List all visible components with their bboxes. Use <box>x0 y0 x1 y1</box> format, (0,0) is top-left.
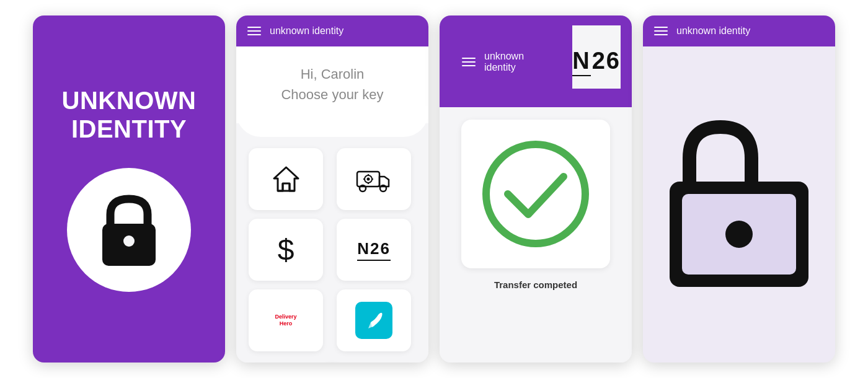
app-screens: UNKNOWN IDENTITY unknown identity Hi, Ca… <box>20 3 848 375</box>
greeting-line2: Choose your key <box>251 84 414 105</box>
delivery-icon <box>355 162 393 196</box>
n26-n-letter: N <box>572 48 590 76</box>
dollar-key-card[interactable]: $ <box>249 219 323 281</box>
transfer-status-label: Transfer competed <box>494 279 577 290</box>
n26-logo-area: N26 <box>572 25 621 89</box>
screen3-header: unknown identity N26 <box>440 15 632 107</box>
delivery-key-card[interactable] <box>337 148 411 210</box>
svg-point-1 <box>123 235 135 247</box>
unlocked-body <box>643 46 835 363</box>
delivery-hero-icon: DeliveryHero <box>270 310 301 331</box>
greeting-text: Hi, Carolin Choose your key <box>251 64 414 105</box>
unlocked-screen: unknown identity <box>643 15 835 363</box>
greeting-line1: Hi, Carolin <box>251 64 414 84</box>
home-icon <box>269 162 303 196</box>
n26-key-card[interactable]: N26 <box>337 219 411 281</box>
hamburger-menu-icon[interactable] <box>247 27 261 35</box>
app-title: UNKNOWN IDENTITY <box>62 86 197 143</box>
n26-number: 26 <box>592 48 621 74</box>
transfer-screen: unknown identity N26 Transfer competed <box>440 15 632 363</box>
screen4-hamburger-icon[interactable] <box>654 27 668 35</box>
dollar-symbol: $ <box>278 233 294 267</box>
screen4-header-title: unknown identity <box>676 25 750 37</box>
screen2-header-title: unknown identity <box>270 25 343 37</box>
screen4-header: unknown identity <box>643 15 835 46</box>
quill-icon <box>355 302 392 339</box>
svg-point-14 <box>486 144 585 244</box>
svg-point-9 <box>367 177 370 180</box>
home-key-card[interactable] <box>249 148 323 210</box>
success-check-icon <box>480 138 591 250</box>
lock-icon <box>95 193 163 267</box>
screen2-header: unknown identity <box>236 15 428 46</box>
unlocked-lock-icon <box>658 115 820 294</box>
quill-svg <box>363 310 384 331</box>
n26-logo: N26 <box>572 48 621 76</box>
quill-key-card[interactable] <box>337 289 411 351</box>
key-select-screen: unknown identity Hi, Carolin Choose your… <box>236 15 428 363</box>
key-grid: $ N26 DeliveryHero <box>236 123 428 363</box>
transfer-body: Transfer competed <box>440 107 632 363</box>
delivery-hero-text: DeliveryHero <box>275 314 296 327</box>
delivery-hero-key-card[interactable]: DeliveryHero <box>249 289 323 351</box>
screen3-hamburger-icon[interactable] <box>462 58 476 66</box>
lock-circle <box>67 168 191 292</box>
wave-divider <box>236 106 428 137</box>
screen3-header-title: unknown identity <box>484 51 552 73</box>
svg-point-17 <box>725 221 753 248</box>
n26-text: N26 <box>357 239 391 261</box>
success-card <box>461 120 610 268</box>
splash-screen: UNKNOWN IDENTITY <box>33 15 225 363</box>
key-grid-area: $ N26 DeliveryHero <box>236 123 428 363</box>
